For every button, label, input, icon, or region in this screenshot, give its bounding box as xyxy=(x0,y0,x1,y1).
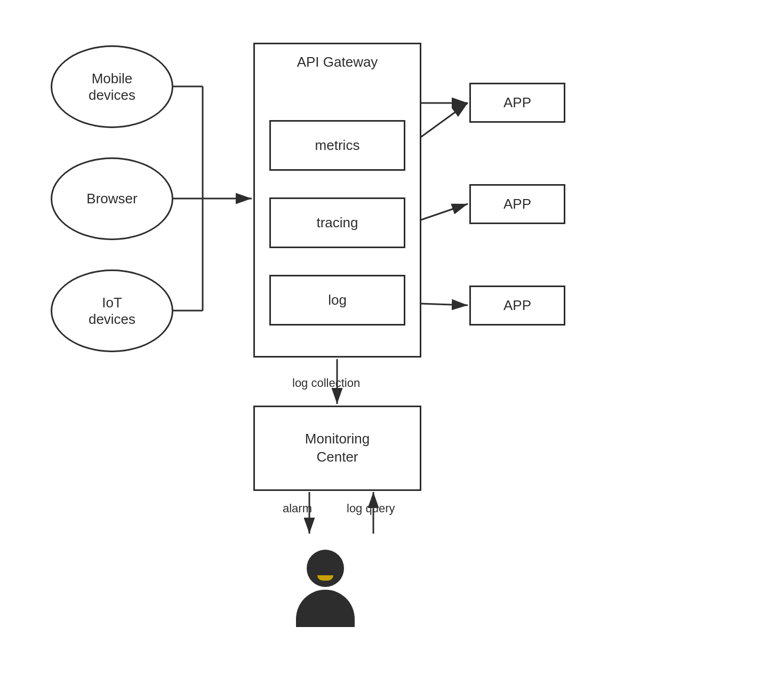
alarm-label: alarm xyxy=(283,502,312,516)
app-box-2: APP xyxy=(469,184,565,224)
iot-devices-ellipse: IoT devices xyxy=(51,269,173,352)
app-box-3: APP xyxy=(469,286,565,326)
log-query-label: log query xyxy=(347,502,395,516)
monitoring-center-label: Monitoring Center xyxy=(305,430,370,466)
browser-ellipse: Browser xyxy=(51,157,173,240)
mobile-devices-ellipse: Mobile devices xyxy=(51,45,173,128)
diagram-container: Mobile devices Browser IoT devices API G… xyxy=(0,0,784,682)
person-head xyxy=(307,550,344,587)
log-box: log xyxy=(269,275,405,326)
log-collection-label: log collection xyxy=(292,376,360,390)
tracing-box: tracing xyxy=(269,197,405,248)
metrics-box: metrics xyxy=(269,120,405,171)
person-icon xyxy=(296,550,355,627)
api-gateway-label: API Gateway xyxy=(297,54,378,70)
person-body xyxy=(296,590,355,627)
app-box-1: APP xyxy=(469,83,565,123)
monitoring-center-box: Monitoring Center xyxy=(253,406,421,491)
